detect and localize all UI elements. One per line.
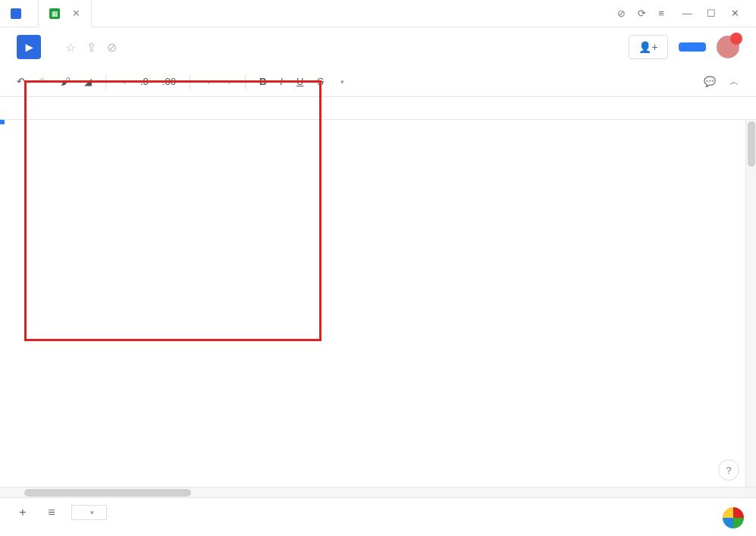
underline-button[interactable]: U: [296, 76, 303, 87]
bold-button[interactable]: B: [259, 76, 266, 87]
help-button[interactable]: ?: [718, 459, 739, 481]
sheet-tabs-bar: + ≡ ▾: [0, 497, 756, 526]
refresh-icon[interactable]: ⟳: [638, 8, 646, 19]
collapse-toolbar-icon[interactable]: ︿: [729, 75, 739, 89]
add-sheet-button[interactable]: +: [14, 503, 32, 522]
clear-format-button[interactable]: ◢: [84, 76, 92, 87]
add-user-button[interactable]: 👤+: [629, 35, 668, 59]
avatar[interactable]: [717, 36, 739, 58]
font-dropdown[interactable]: ▾: [204, 78, 211, 86]
minimize-button[interactable]: ―: [676, 8, 698, 19]
redo-button[interactable]: ↷: [39, 76, 47, 87]
more-button[interactable]: ▾: [337, 78, 344, 86]
close-button[interactable]: ✕: [725, 8, 745, 19]
star-icon[interactable]: ☆: [65, 40, 76, 55]
tab-tencent[interactable]: [0, 0, 39, 27]
vertical-scrollbar[interactable]: [745, 120, 756, 497]
toolbar: ↶ ↷ 🖌 ◢ ▾ .0 .00 ▾ ▾ B I U S ▾ 💬 ︿: [0, 67, 756, 97]
tab-sheet[interactable]: ▦ ✕: [39, 0, 92, 27]
chevron-down-icon: ▾: [90, 509, 94, 516]
undo-button[interactable]: ↶: [17, 76, 25, 87]
titlebar: ▦ ✕ ⊘ ⟳ ≡ ― ☐ ✕: [0, 0, 756, 27]
strikethrough-button[interactable]: S: [317, 76, 324, 87]
format-painter-button[interactable]: 🖌: [61, 76, 71, 87]
maximize-button[interactable]: ☐: [701, 8, 722, 19]
close-icon[interactable]: ✕: [72, 8, 80, 19]
app-icon: ▸: [17, 35, 41, 59]
selection-handle[interactable]: [0, 120, 5, 124]
sheet-list-button[interactable]: ≡: [42, 503, 61, 522]
share-button[interactable]: [679, 42, 706, 52]
formula-bar: [0, 97, 756, 120]
menu-icon[interactable]: ≡: [658, 8, 664, 19]
font-size-dropdown[interactable]: ▾: [224, 78, 231, 86]
sheet-tab[interactable]: ▾: [71, 505, 107, 520]
horizontal-scrollbar[interactable]: [0, 487, 756, 497]
watermark: [721, 506, 750, 530]
watermark-logo: [721, 506, 745, 530]
header: ▸ ☆ ⇪ ⊘ 👤+: [0, 27, 756, 67]
tencent-icon: [11, 8, 21, 19]
folder-move-icon[interactable]: ⇪: [86, 40, 96, 55]
number-format-dropdown[interactable]: ▾: [120, 78, 127, 86]
avatar-badge: [730, 33, 742, 45]
stop-icon[interactable]: ⊘: [617, 8, 626, 19]
italic-button[interactable]: I: [280, 76, 283, 87]
spreadsheet: ?: [0, 120, 756, 497]
titlebar-controls: ⊘ ⟳ ≡ ― ☐ ✕: [607, 8, 756, 19]
decrease-decimal-button[interactable]: .0: [140, 76, 149, 87]
increase-decimal-button[interactable]: .00: [162, 76, 176, 87]
sync-icon[interactable]: ⊘: [107, 40, 117, 55]
sheet-icon: ▦: [49, 8, 60, 19]
comment-icon[interactable]: 💬: [704, 76, 716, 87]
